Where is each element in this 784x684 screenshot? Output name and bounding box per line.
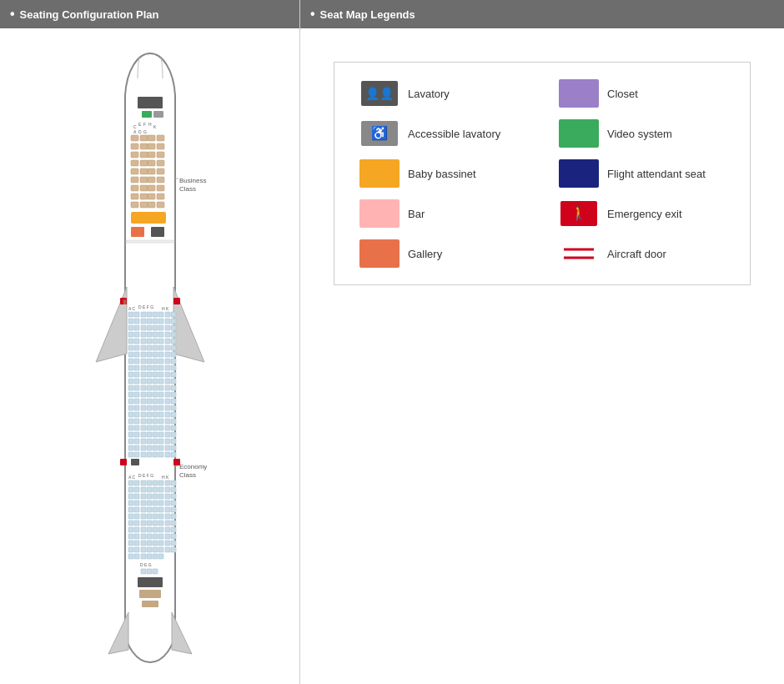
svg-rect-245: [134, 480, 139, 485]
svg-rect-266: [165, 494, 170, 499]
svg-rect-99: [128, 345, 133, 350]
list-item: 👤👤 Lavatory: [359, 79, 525, 108]
svg-rect-139: [128, 379, 133, 384]
svg-rect-115: [128, 359, 133, 364]
svg-rect-80: [158, 325, 163, 330]
svg-rect-252: [128, 487, 133, 492]
svg-rect-193: [165, 419, 170, 424]
svg-rect-21: [157, 152, 164, 158]
svg-rect-73: [165, 319, 170, 324]
svg-rect-194: [171, 419, 176, 424]
svg-rect-214: [147, 439, 152, 444]
svg-rect-273: [158, 500, 163, 505]
svg-rect-85: [141, 332, 146, 337]
svg-rect-106: [171, 345, 176, 350]
list-item: 🚶 Emergency exit: [559, 199, 725, 228]
svg-rect-137: [165, 372, 170, 377]
svg-rect-249: [158, 480, 163, 485]
svg-rect-11: [140, 135, 148, 141]
svg-rect-138: [171, 372, 176, 377]
svg-rect-235: [131, 459, 139, 465]
svg-rect-70: [147, 319, 152, 324]
svg-rect-312: [153, 534, 158, 539]
lavatory-label: Lavatory: [408, 88, 450, 100]
svg-rect-65: [165, 312, 170, 317]
svg-rect-82: [171, 325, 176, 330]
right-panel: • Seat Map Legends 👤👤 Lavatory: [300, 0, 784, 684]
svg-rect-17: [157, 143, 164, 149]
svg-rect-287: [147, 514, 152, 519]
svg-rect-151: [153, 385, 158, 390]
svg-rect-223: [153, 445, 158, 450]
svg-rect-144: [158, 379, 163, 384]
svg-rect-284: [128, 514, 133, 519]
svg-rect-172: [134, 405, 139, 410]
svg-rect-84: [134, 332, 139, 337]
svg-rect-304: [153, 527, 158, 532]
svg-rect-210: [171, 432, 176, 437]
svg-rect-227: [128, 452, 133, 457]
svg-rect-98: [171, 339, 176, 344]
svg-rect-141: [141, 379, 146, 384]
accessible-lavatory-label: Accessible lavatory: [408, 128, 500, 140]
svg-rect-307: [171, 527, 176, 532]
emergency-exit-swatch: 🚶: [559, 199, 599, 228]
svg-rect-247: [147, 480, 152, 485]
svg-rect-203: [128, 432, 133, 437]
svg-rect-43: [140, 202, 148, 208]
flight-attendant-seat-swatch: [559, 159, 599, 188]
svg-rect-153: [165, 385, 170, 390]
svg-rect-23: [140, 160, 148, 166]
svg-rect-67: [128, 319, 133, 324]
svg-rect-207: [153, 432, 158, 437]
svg-rect-189: [141, 419, 146, 424]
svg-rect-146: [171, 379, 176, 384]
svg-rect-221: [141, 445, 146, 450]
svg-rect-185: [165, 412, 170, 417]
svg-rect-326: [141, 547, 146, 552]
svg-rect-167: [153, 399, 158, 404]
svg-rect-320: [153, 541, 158, 546]
svg-rect-277: [134, 507, 139, 512]
svg-rect-337: [158, 554, 163, 559]
svg-rect-281: [158, 507, 163, 512]
svg-rect-334: [141, 554, 146, 559]
svg-text:🚪: 🚪: [121, 299, 127, 305]
svg-rect-195: [128, 425, 133, 430]
svg-rect-199: [153, 425, 158, 430]
bullet-icon-right: •: [310, 7, 315, 22]
svg-rect-248: [153, 480, 158, 485]
svg-rect-311: [147, 534, 152, 539]
svg-rect-322: [165, 541, 170, 546]
svg-rect-313: [158, 534, 163, 539]
svg-rect-180: [134, 412, 139, 417]
svg-rect-183: [153, 412, 158, 417]
svg-rect-262: [141, 494, 146, 499]
svg-rect-230: [147, 452, 152, 457]
svg-rect-176: [158, 405, 163, 410]
svg-rect-52: [126, 240, 174, 243]
svg-rect-270: [141, 500, 146, 505]
svg-rect-119: [153, 359, 158, 364]
svg-rect-336: [153, 554, 158, 559]
svg-text:A: A: [133, 129, 137, 134]
svg-rect-341: [153, 569, 158, 574]
svg-rect-315: [171, 534, 176, 539]
svg-rect-42: [131, 202, 138, 208]
svg-rect-32: [148, 177, 155, 183]
svg-rect-220: [134, 445, 139, 450]
svg-rect-81: [165, 325, 170, 330]
svg-rect-145: [165, 379, 170, 384]
svg-text:A C: A C: [128, 306, 135, 311]
svg-rect-212: [134, 439, 139, 444]
svg-text:K: K: [153, 124, 157, 129]
svg-rect-275: [171, 500, 176, 505]
svg-rect-297: [158, 521, 163, 526]
list-item: Bar: [359, 199, 525, 228]
svg-rect-310: [141, 534, 146, 539]
svg-rect-142: [147, 379, 152, 384]
right-panel-title: Seat Map Legends: [320, 8, 415, 21]
svg-rect-37: [157, 185, 164, 191]
svg-rect-20: [148, 152, 155, 158]
svg-rect-120: [158, 359, 163, 364]
